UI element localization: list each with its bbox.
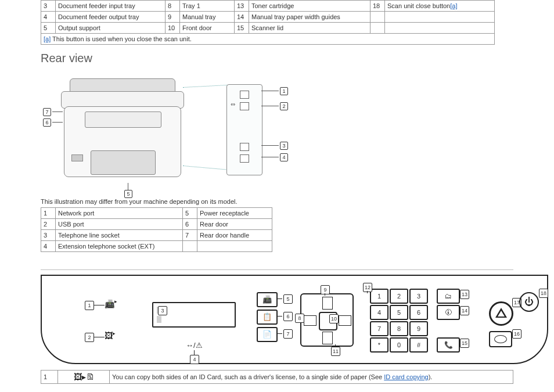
callout-6: 6 (43, 118, 51, 127)
panel-callout-10: 10 (329, 314, 339, 323)
cell-label: Document feeder input tray (56, 1, 166, 12)
table-row: 1 Network port 5 Power receptacle (41, 208, 272, 219)
panel-callout-5: 5 (283, 294, 293, 304)
table-row: 4 Document feeder output tray 9 Manual t… (41, 12, 495, 23)
navigation-dpad[interactable] (300, 293, 354, 347)
id-copy-cell-icon: 🖾▸🖻 (58, 371, 110, 384)
callout-3: 3 (280, 142, 288, 150)
cell-description: You can copy both sides of an ID Card, s… (110, 371, 513, 384)
key-6[interactable]: 6 (409, 305, 428, 320)
key-4[interactable]: 4 (370, 305, 388, 320)
key-0[interactable]: 0 (390, 337, 408, 353)
key-2[interactable]: 2 (390, 289, 408, 304)
panel-callout-13: 13 (460, 290, 469, 299)
table-row: 4 Extension telephone socket (EXT) (41, 241, 272, 252)
panel-callout-16: 16 (512, 329, 521, 339)
stop-button[interactable] (489, 301, 513, 326)
cell-label: Toner cartridge (249, 1, 370, 12)
cell-label: Tray 1 (180, 1, 235, 12)
key-8[interactable]: 8 (390, 321, 408, 336)
table-row: 3 Telephone line socket 7 Rear door hand… (41, 230, 272, 241)
callout-4: 4 (280, 153, 288, 161)
fax-mode-button[interactable]: 📄 (257, 327, 278, 342)
panel-callout-15: 15 (460, 339, 469, 348)
cell-num: 8 (166, 1, 180, 12)
panel-callout-2: 2 (85, 333, 94, 342)
callout-7: 7 (43, 108, 51, 116)
key-star[interactable]: * (370, 337, 388, 353)
callout-2: 2 (280, 102, 288, 110)
callout-1: 1 (280, 87, 288, 95)
cell-num: 1 (41, 371, 58, 384)
id-copy-icon: 🖾▸ (105, 331, 116, 340)
cell-num: 13 (235, 1, 249, 12)
arrows-warning-icon: ↔/⚠ (186, 341, 203, 350)
copy-mode-button[interactable]: 📋 (257, 310, 278, 325)
panel-description-table: 1 🖾▸🖻 You can copy both sides of an ID C… (41, 370, 513, 384)
table-row: 3 Document feeder input tray 8 Tray 1 13… (41, 1, 495, 12)
panel-callout-8: 8 (295, 314, 304, 323)
key-3[interactable]: 3 (409, 289, 428, 304)
callout-5: 5 (124, 190, 132, 198)
id-card-copying-link[interactable]: ID card copying (384, 373, 428, 380)
scan-mode-button[interactable]: 📠 (257, 292, 278, 307)
panel-callout-4: 4 (190, 355, 199, 364)
panel-callout-14: 14 (460, 306, 469, 315)
onhook-button[interactable]: 📞 (437, 337, 460, 353)
panel-callout-11: 11 (331, 347, 340, 356)
address-book-button[interactable]: 🗂 (437, 289, 460, 304)
panel-callout-12: 12 (363, 283, 372, 292)
cell-num: 3 (41, 1, 56, 12)
start-button[interactable] (489, 331, 512, 347)
cell-scan-unit: Scan unit close button[a] (385, 1, 495, 12)
panel-callout-7: 7 (283, 329, 293, 339)
printer-body-illustration (61, 78, 183, 183)
key-7[interactable]: 7 (370, 321, 388, 336)
rear-view-heading: Rear view (41, 52, 513, 65)
key-hash[interactable]: # (409, 337, 428, 353)
panel-callout-6: 6 (283, 312, 293, 321)
rear-caption: This illustration may differ from your m… (41, 198, 513, 205)
top-parts-table: 3 Document feeder input tray 8 Tray 1 13… (41, 0, 495, 45)
power-button[interactable] (519, 292, 539, 312)
table-row: 5 Output support 10 Front door 15 Scanne… (41, 23, 495, 34)
port-panel-illustration: ⇔ (226, 84, 262, 175)
key-9[interactable]: 9 (409, 321, 428, 336)
footnote-anchor-a[interactable]: [a] (44, 35, 51, 42)
redial-button[interactable]: 🛈 (437, 305, 460, 320)
panel-callout-3: 3 (158, 306, 167, 315)
panel-callout-18: 18 (539, 289, 548, 298)
rear-view-diagram: ⇔ 1 2 3 4 7 6 5 (41, 70, 296, 195)
table-row: 1 🖾▸🖻 You can copy both sides of an ID C… (41, 371, 513, 384)
key-5[interactable]: 5 (390, 305, 408, 320)
footnote-link-a[interactable]: [a] (450, 2, 457, 9)
cell-num: 18 (370, 1, 385, 12)
footnote-row: [a] This button is used when you close t… (41, 34, 495, 45)
control-panel-diagram: 📠▸ 🖾▸ 1 2 3 ↔/⚠ 4 📠 📋 📄 5 6 (41, 275, 548, 364)
panel-callout-1: 1 (85, 301, 94, 310)
rear-parts-table: 1 Network port 5 Power receptacle 2 USB … (41, 207, 272, 252)
table-row: 2 USB port 6 Rear door (41, 219, 272, 230)
panel-callout-9: 9 (321, 285, 330, 294)
scan-to-icon: 📠▸ (105, 299, 117, 308)
key-1[interactable]: 1 (370, 289, 388, 304)
